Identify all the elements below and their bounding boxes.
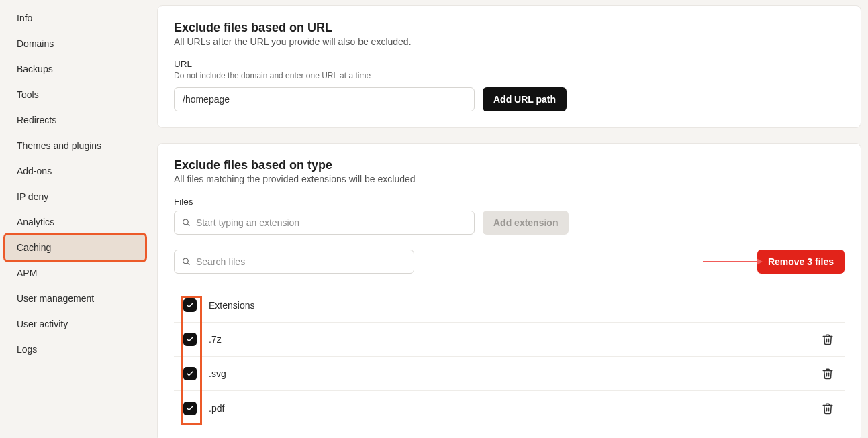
url-input[interactable] — [174, 87, 475, 111]
search-icon — [182, 258, 191, 266]
sidebar-item-logs[interactable]: Logs — [0, 337, 150, 362]
delete-row-button[interactable] — [816, 362, 839, 385]
sidebar-item-tools[interactable]: Tools — [0, 82, 150, 107]
exclude-url-subtitle: All URLs after the URL you provide will … — [174, 36, 845, 47]
sidebar-item-caching[interactable]: Caching — [5, 235, 145, 260]
svg-line-1 — [187, 224, 189, 226]
exclude-url-panel: Exclude files based on URL All URLs afte… — [157, 5, 861, 128]
url-field-label: URL — [174, 59, 845, 69]
trash-icon — [822, 333, 834, 345]
exclude-type-title: Exclude files based on type — [174, 158, 845, 172]
sidebar-item-analytics[interactable]: Analytics — [0, 209, 150, 235]
sidebar-item-domains[interactable]: Domains — [0, 31, 150, 56]
table-row: .pdf — [174, 391, 845, 425]
table-header-row: Extensions — [174, 288, 845, 323]
url-field-hint: Do not include the domain and enter one … — [174, 71, 845, 80]
svg-point-2 — [183, 258, 189, 264]
exclude-type-panel: Exclude files based on type All files ma… — [157, 143, 861, 438]
search-files-input[interactable] — [174, 250, 414, 274]
add-extension-button[interactable]: Add extension — [483, 211, 569, 235]
delete-row-button[interactable] — [816, 328, 839, 351]
search-icon — [182, 219, 191, 227]
sidebar: Info Domains Backups Tools Redirects The… — [0, 0, 150, 438]
row-extension: .pdf — [209, 403, 816, 414]
table-row: .svg — [174, 357, 845, 391]
remove-files-button[interactable]: Remove 3 files — [757, 250, 845, 274]
content: Exclude files based on URL All URLs afte… — [150, 0, 868, 438]
table-header-extensions: Extensions — [209, 300, 839, 311]
row-checkbox[interactable] — [183, 333, 197, 346]
row-extension: .7z — [209, 334, 816, 345]
trash-icon — [822, 402, 834, 415]
files-field-label: Files — [174, 197, 845, 207]
extension-input-wrap — [174, 211, 475, 235]
row-extension: .svg — [209, 368, 816, 379]
exclude-url-title: Exclude files based on URL — [174, 21, 845, 35]
row-checkbox[interactable] — [183, 367, 197, 380]
sidebar-item-redirects[interactable]: Redirects — [0, 107, 150, 133]
sidebar-item-backups[interactable]: Backups — [0, 56, 150, 82]
table-row: .7z — [174, 323, 845, 357]
trash-icon — [822, 368, 834, 380]
arrow-annotation — [703, 258, 763, 265]
search-files-wrap — [174, 250, 414, 274]
sidebar-item-ip-deny[interactable]: IP deny — [0, 184, 150, 209]
extension-input[interactable] — [174, 211, 475, 235]
sidebar-item-themes-plugins[interactable]: Themes and plugins — [0, 133, 150, 158]
extensions-table: Extensions .7z — [174, 288, 845, 425]
sidebar-item-info[interactable]: Info — [0, 5, 150, 31]
sidebar-item-user-activity[interactable]: User activity — [0, 311, 150, 337]
exclude-type-subtitle: All files matching the provided extensio… — [174, 174, 845, 184]
sidebar-item-addons[interactable]: Add-ons — [0, 158, 150, 184]
add-url-path-button[interactable]: Add URL path — [483, 87, 567, 111]
sidebar-item-apm[interactable]: APM — [0, 260, 150, 286]
svg-point-0 — [183, 219, 189, 225]
select-all-checkbox[interactable] — [183, 298, 197, 312]
svg-line-3 — [187, 263, 189, 265]
delete-row-button[interactable] — [816, 397, 839, 420]
row-checkbox[interactable] — [183, 402, 197, 415]
sidebar-item-user-management[interactable]: User management — [0, 286, 150, 311]
